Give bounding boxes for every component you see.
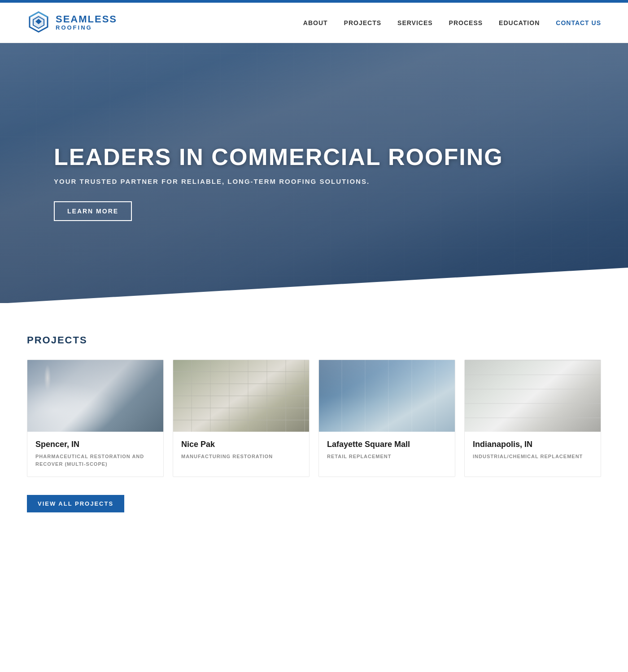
hero-section: LEADERS IN COMMERCIAL ROOFING YOUR TRUST… bbox=[0, 43, 628, 303]
nav-process[interactable]: PROCESS bbox=[449, 19, 483, 26]
project-type-4: INDUSTRIAL/CHEMICAL REPLACEMENT bbox=[473, 453, 593, 460]
nav-projects[interactable]: PROJECTS bbox=[344, 19, 381, 26]
project-info-4: Indianapolis, IN INDUSTRIAL/CHEMICAL REP… bbox=[465, 432, 601, 469]
project-name-1: Spencer, IN bbox=[35, 440, 155, 449]
project-card-4[interactable]: Indianapolis, IN INDUSTRIAL/CHEMICAL REP… bbox=[464, 360, 601, 477]
main-nav: ABOUT PROJECTS SERVICES PROCESS EDUCATIO… bbox=[303, 19, 601, 26]
project-type-2: MANUFACTURING RESTORATION bbox=[181, 453, 301, 460]
logo-roofing: ROOFING bbox=[56, 25, 117, 31]
hero-title: LEADERS IN COMMERCIAL ROOFING bbox=[54, 143, 503, 170]
project-info-1: Spencer, IN PHARMACEUTICAL RESTORATION A… bbox=[27, 432, 163, 477]
project-image-1 bbox=[27, 360, 163, 432]
project-name-3: Lafayette Square Mall bbox=[327, 440, 447, 449]
project-image-4 bbox=[465, 360, 601, 432]
nav-services[interactable]: SERVICES bbox=[397, 19, 433, 26]
project-card-2[interactable]: Nice Pak MANUFACTURING RESTORATION bbox=[173, 360, 310, 477]
logo-text: SEAMLESS ROOFING bbox=[56, 14, 117, 31]
project-name-4: Indianapolis, IN bbox=[473, 440, 593, 449]
header: SEAMLESS ROOFING ABOUT PROJECTS SERVICES… bbox=[0, 3, 628, 43]
hero-content: LEADERS IN COMMERCIAL ROOFING YOUR TRUST… bbox=[0, 126, 503, 221]
project-image-2 bbox=[173, 360, 309, 432]
project-card-3[interactable]: Lafayette Square Mall RETAIL REPLACEMENT bbox=[318, 360, 455, 477]
project-type-1: PHARMACEUTICAL RESTORATION AND RECOVER (… bbox=[35, 453, 155, 468]
project-name-2: Nice Pak bbox=[181, 440, 301, 449]
logo-seamless: SEAMLESS bbox=[56, 14, 117, 25]
project-image-3 bbox=[319, 360, 455, 432]
nav-contact[interactable]: CONTACT US bbox=[556, 19, 601, 26]
project-info-2: Nice Pak MANUFACTURING RESTORATION bbox=[173, 432, 309, 469]
view-all-projects-button[interactable]: VIEW ALL PROJECTS bbox=[27, 495, 124, 512]
logo[interactable]: SEAMLESS ROOFING bbox=[27, 10, 117, 35]
project-info-3: Lafayette Square Mall RETAIL REPLACEMENT bbox=[319, 432, 455, 469]
nav-education[interactable]: EDUCATION bbox=[499, 19, 540, 26]
projects-section-title: PROJECTS bbox=[27, 334, 601, 346]
nav-about[interactable]: ABOUT bbox=[303, 19, 328, 26]
hero-cta-button[interactable]: LEARN MORE bbox=[54, 201, 132, 221]
hero-subtitle: YOUR TRUSTED PARTNER FOR RELIABLE, LONG-… bbox=[54, 178, 503, 185]
logo-icon bbox=[27, 10, 50, 35]
project-type-3: RETAIL REPLACEMENT bbox=[327, 453, 447, 460]
project-card-1[interactable]: Spencer, IN PHARMACEUTICAL RESTORATION A… bbox=[27, 360, 164, 477]
projects-section: PROJECTS Spencer, IN PHARMACEUTICAL REST… bbox=[0, 303, 628, 539]
projects-grid: Spencer, IN PHARMACEUTICAL RESTORATION A… bbox=[27, 360, 601, 477]
